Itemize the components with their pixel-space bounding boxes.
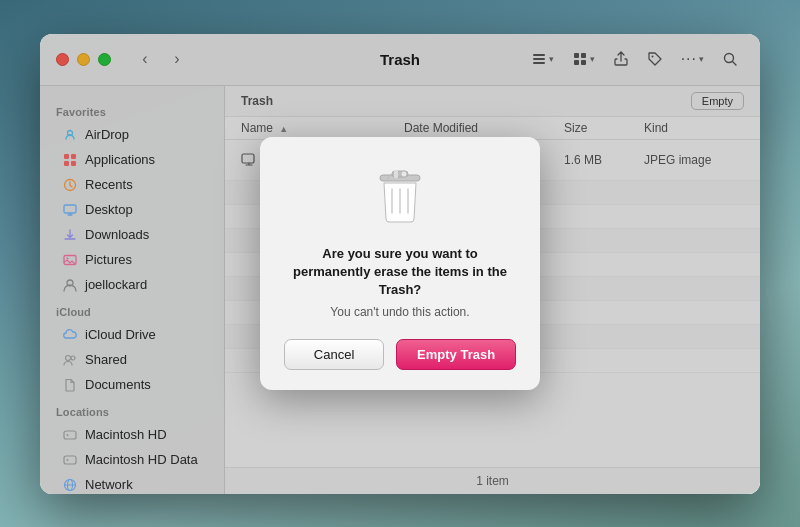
finder-window: ‹ › Trash ▾ ▾ — [40, 34, 760, 494]
dialog-buttons: Cancel Empty Trash — [284, 339, 516, 370]
empty-trash-button[interactable]: Empty Trash — [396, 339, 516, 370]
dialog-subtitle: You can't undo this action. — [330, 305, 469, 319]
svg-rect-35 — [394, 170, 398, 178]
dialog-title: Are you sure you want to permanently era… — [284, 245, 516, 300]
dialog-overlay: Are you sure you want to permanently era… — [40, 34, 760, 494]
svg-point-36 — [401, 171, 407, 177]
trash-icon-large — [368, 165, 432, 229]
empty-trash-dialog: Are you sure you want to permanently era… — [260, 137, 540, 391]
cancel-button[interactable]: Cancel — [284, 339, 384, 370]
